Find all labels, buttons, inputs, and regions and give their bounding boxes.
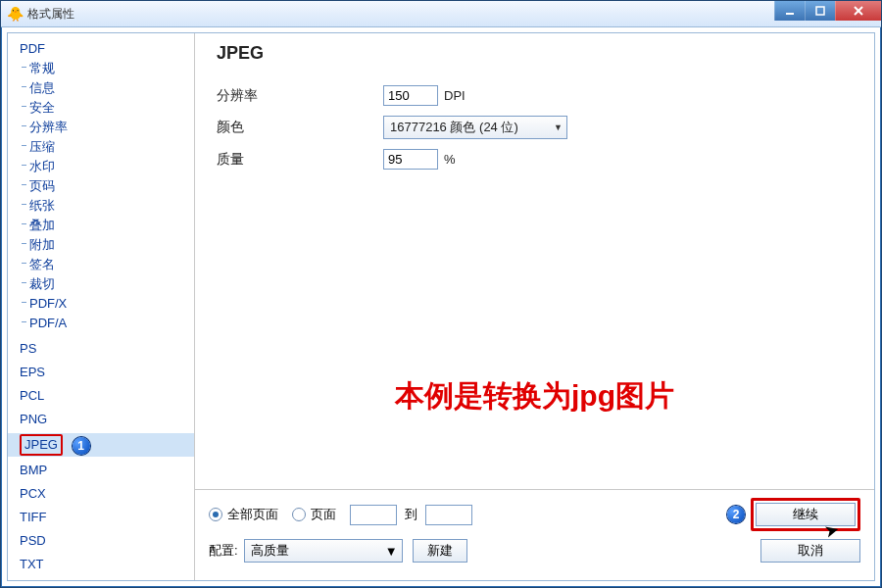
new-config-button[interactable]: 新建 — [413, 539, 467, 563]
input-resolution[interactable] — [383, 85, 438, 106]
select-color-value: 16777216 颜色 (24 位) — [390, 119, 518, 136]
radio-page-range[interactable]: 页面 — [292, 506, 336, 523]
sidebar-item-txt[interactable]: TXT — [8, 555, 194, 574]
radio-icon — [209, 508, 222, 521]
radio-all-pages[interactable]: 全部页面 — [209, 506, 278, 523]
svg-rect-1 — [816, 7, 824, 15]
label-color: 颜色 — [217, 119, 383, 136]
select-config[interactable]: 高质量 ▼ — [244, 539, 403, 563]
dialog-window: 🐥 格式属性 PDF 常规 信息 安全 分辨率 压缩 水印 — [0, 0, 882, 588]
label-config: 配置: — [209, 542, 238, 560]
chevron-down-icon: ▼ — [385, 544, 398, 559]
unit-resolution: DPI — [444, 88, 466, 103]
chevron-down-icon: ▼ — [554, 122, 563, 132]
app-icon: 🐥 — [7, 6, 23, 22]
radio-icon — [292, 508, 306, 521]
input-page-from[interactable] — [350, 505, 397, 525]
minimize-button[interactable] — [774, 1, 805, 21]
sidebar-item-bmp[interactable]: BMP — [8, 461, 194, 480]
sidebar-item-pcx[interactable]: PCX — [8, 484, 194, 504]
sidebar-item-pdf-paper[interactable]: 纸张 — [8, 196, 194, 216]
svg-rect-0 — [786, 13, 794, 15]
row-resolution: 分辨率 DPI — [217, 85, 853, 106]
window-title: 格式属性 — [27, 6, 74, 23]
sidebar-item-pdf[interactable]: PDF — [8, 39, 194, 59]
sidebar-item-pdfx[interactable]: PDF/X — [8, 294, 194, 314]
annotation-badge-2: 2 — [727, 506, 745, 523]
radio-range-label: 页面 — [311, 506, 336, 523]
minimize-icon — [785, 6, 795, 16]
sidebar-item-pdf-sign[interactable]: 签名 — [8, 255, 194, 274]
label-to: 到 — [405, 506, 417, 523]
sidebar-item-pdf-compress[interactable]: 压缩 — [8, 137, 194, 157]
maximize-button[interactable] — [805, 1, 835, 21]
sidebar-item-pdf-crop[interactable]: 裁切 — [8, 274, 194, 294]
continue-highlight: 继续 — [751, 498, 860, 531]
unit-quality: % — [444, 152, 456, 167]
sidebar-item-pdf-resolution[interactable]: 分辨率 — [8, 118, 194, 137]
sidebar-item-pdf-pagenum[interactable]: 页码 — [8, 176, 194, 196]
sidebar-item-eps[interactable]: EPS — [8, 363, 194, 382]
cancel-button[interactable]: 取消 — [760, 539, 860, 563]
client-area: PDF 常规 信息 安全 分辨率 压缩 水印 页码 纸张 叠加 附加 签名 裁切… — [7, 32, 875, 581]
sidebar-item-ps[interactable]: PS — [8, 339, 194, 359]
tutorial-annotation-text: 本例是转换为jpg图片 — [395, 376, 674, 416]
radio-all-label: 全部页面 — [227, 506, 278, 523]
label-resolution: 分辨率 — [217, 87, 383, 105]
input-page-to[interactable] — [425, 505, 472, 525]
bottom-panel: 全部页面 页面 到 2 继续 — [195, 489, 874, 580]
select-config-value: 高质量 — [251, 542, 289, 560]
sidebar-item-pdf-info[interactable]: 信息 — [8, 78, 194, 98]
main-panel: JPEG 分辨率 DPI 颜色 16777216 颜色 (24 位) ▼ 质量 — [195, 33, 874, 580]
sidebar-item-pdf-overlay[interactable]: 叠加 — [8, 216, 194, 235]
sidebar-item-pdf-attach[interactable]: 附加 — [8, 235, 194, 255]
sidebar-item-tiff[interactable]: TIFF — [8, 508, 194, 527]
sidebar-item-png[interactable]: PNG — [8, 410, 194, 429]
sidebar-item-pdfa[interactable]: PDF/A — [8, 314, 194, 333]
titlebar[interactable]: 🐥 格式属性 — [1, 1, 881, 27]
sidebar-item-label: JPEG — [20, 434, 63, 456]
sidebar-item-jpeg[interactable]: JPEG 1 — [8, 433, 194, 457]
select-color[interactable]: 16777216 颜色 (24 位) ▼ — [383, 116, 567, 139]
close-icon — [853, 5, 864, 17]
window-controls — [774, 1, 881, 21]
row-color: 颜色 16777216 颜色 (24 位) ▼ — [217, 116, 853, 139]
maximize-icon — [815, 6, 825, 16]
annotation-badge-1: 1 — [73, 437, 90, 455]
sidebar-item-pdf-security[interactable]: 安全 — [8, 98, 194, 118]
sidebar-item-pdf-watermark[interactable]: 水印 — [8, 157, 194, 176]
label-quality: 质量 — [217, 151, 383, 169]
format-sidebar: PDF 常规 信息 安全 分辨率 压缩 水印 页码 纸张 叠加 附加 签名 裁切… — [8, 33, 195, 580]
sidebar-item-pdf-general[interactable]: 常规 — [8, 59, 194, 78]
sidebar-item-pcl[interactable]: PCL — [8, 386, 194, 406]
page-title: JPEG — [217, 43, 853, 64]
close-button[interactable] — [835, 1, 881, 21]
input-quality[interactable] — [383, 149, 438, 170]
continue-button[interactable]: 继续 — [756, 503, 856, 526]
row-quality: 质量 % — [217, 149, 853, 170]
sidebar-item-psd[interactable]: PSD — [8, 531, 194, 551]
